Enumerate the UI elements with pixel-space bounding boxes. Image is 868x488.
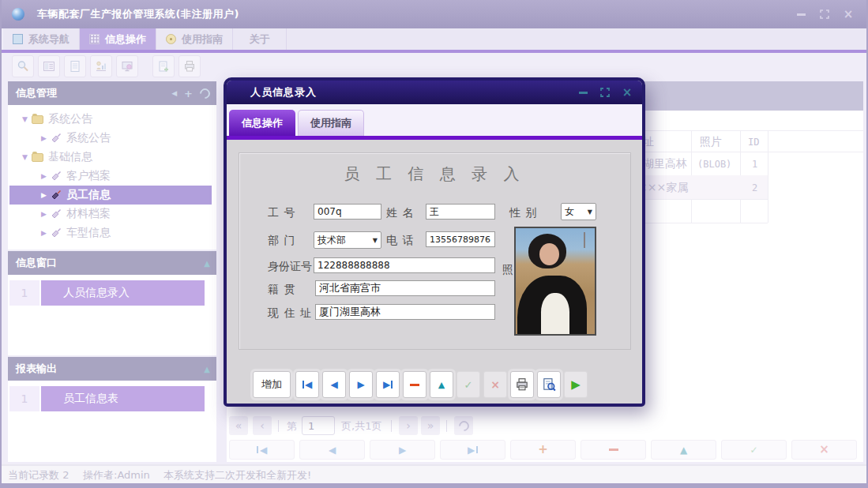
grid-last-button[interactable]: ▶	[440, 440, 505, 460]
check-icon: ✓	[464, 379, 473, 391]
page-next-button[interactable]: ›	[399, 416, 418, 435]
grid-delete-button[interactable]	[581, 440, 646, 460]
search-tool-button[interactable]	[12, 55, 34, 77]
first-icon: ◀	[260, 445, 267, 456]
page-first-button[interactable]: «	[229, 416, 248, 435]
check-icon: ✓	[750, 445, 757, 456]
panel-refresh-icon[interactable]	[197, 86, 212, 100]
record-edit-button[interactable]: ▲	[430, 371, 453, 398]
dialog-close-button[interactable]: ×	[620, 85, 634, 99]
tree-node-customer-archive[interactable]: ▶ 客户档案	[8, 167, 111, 186]
dialog-title-bar: 人员信息录入 ×	[227, 81, 642, 104]
tab-system-nav[interactable]: 系统导航	[3, 28, 80, 50]
print-preview-icon	[542, 377, 556, 392]
employee-photo	[514, 227, 596, 336]
grid-first-button[interactable]: ◀	[229, 440, 295, 460]
data-list-tool-button[interactable]	[38, 55, 60, 77]
info-window-panel-header[interactable]: 信息窗口 ▲	[8, 251, 216, 275]
print-preview-button[interactable]	[537, 371, 561, 398]
tree-node-employee-info[interactable]: ▶ 员工信息	[9, 186, 212, 205]
dialog-tab-user-guide[interactable]: 使用指南	[298, 110, 364, 136]
photo-label: 照	[502, 263, 514, 277]
chevron-down-icon: ▼	[22, 153, 32, 161]
report-output-panel-header[interactable]: 报表输出 ▲	[8, 357, 216, 381]
phone-input[interactable]	[426, 231, 495, 247]
tab-about[interactable]: 关于	[233, 28, 287, 50]
tree-node-material-archive[interactable]: ▶ 材料档案	[8, 205, 111, 223]
tree-node-system-notice[interactable]: ▶ 系统公告	[8, 129, 111, 148]
item-label: 员工信息表	[41, 386, 205, 411]
tree-node-vehicle-model[interactable]: ▶ 车型信息	[8, 223, 111, 242]
tool-icon	[51, 190, 62, 201]
document-tool-button[interactable]	[64, 55, 86, 77]
record-delete-button[interactable]	[403, 371, 426, 398]
dialog-minimize-button[interactable]	[576, 85, 590, 99]
emp-no-label: 工 号	[268, 206, 295, 220]
close-button[interactable]: ×	[841, 7, 855, 21]
origin-label: 籍 贯	[268, 283, 295, 297]
dept-select[interactable]: 技术部▼	[314, 231, 381, 249]
origin-input[interactable]	[315, 280, 495, 296]
grid-cell-address[interactable]: 湖里高林	[643, 157, 687, 171]
gender-select[interactable]: 女▼	[561, 203, 596, 220]
grid-cell-photo[interactable]: (BLOB)	[697, 159, 731, 170]
dialog-tab-info-operation[interactable]: 信息操作	[229, 110, 295, 136]
monitor-tool-button[interactable]	[116, 55, 138, 77]
panel-add-icon[interactable]: +	[184, 88, 193, 99]
panel-collapse-icon[interactable]: ▲	[204, 259, 210, 268]
run-button[interactable]: ▶	[564, 371, 588, 398]
record-next-button[interactable]: ▶	[349, 371, 373, 398]
add-button[interactable]: 增加	[253, 371, 291, 398]
status-operator: 操作者:Admin	[83, 468, 150, 482]
panel-collapse-left-icon[interactable]: ◀	[171, 89, 177, 97]
prev-icon: ◀	[329, 445, 336, 456]
chevron-right-icon: ▶	[41, 229, 51, 237]
folder-icon	[32, 115, 43, 124]
grid-cell-id[interactable]: 2	[752, 182, 757, 193]
record-last-button[interactable]: ▶	[376, 371, 400, 398]
window-list-item-personnel-entry[interactable]: 1 人员信息录入	[9, 280, 205, 306]
tab-info-operation[interactable]: 信息操作	[80, 28, 156, 50]
printer-tool-button[interactable]	[178, 55, 201, 77]
address-label: 现 住 址	[268, 306, 312, 321]
grid-cell-id[interactable]: 1	[752, 159, 757, 170]
report-list-item-employee-table[interactable]: 1 员工信息表	[9, 386, 205, 411]
person-report-tool-button[interactable]	[90, 55, 112, 77]
print-button[interactable]	[510, 371, 534, 398]
dialog-maximize-button[interactable]	[598, 85, 612, 99]
next-icon: ▶	[399, 445, 406, 456]
minus-icon	[609, 449, 618, 451]
monitor-icon	[121, 60, 133, 73]
grid-header-photo[interactable]: 照片	[700, 135, 722, 149]
grid-add-button[interactable]: +	[510, 440, 576, 460]
tree-node-system-notice-folder[interactable]: ▼ 系统公告	[8, 110, 92, 129]
name-input[interactable]	[426, 204, 495, 220]
page-last-button[interactable]: »	[421, 416, 440, 435]
record-first-button[interactable]: ◀	[295, 371, 319, 398]
record-cancel-button[interactable]: ×	[483, 371, 507, 398]
panel-collapse-icon[interactable]: ▲	[204, 365, 210, 374]
tool-icon	[51, 208, 62, 220]
emp-no-input[interactable]	[314, 204, 381, 220]
grid-header-id[interactable]: ID	[748, 137, 759, 148]
report-output-panel-body: 1 员工信息表	[8, 381, 216, 462]
grid-confirm-button[interactable]: ✓	[721, 440, 787, 460]
grid-next-button[interactable]: ▶	[370, 440, 435, 460]
record-confirm-button[interactable]: ✓	[457, 371, 480, 398]
record-prev-button[interactable]: ◀	[322, 371, 346, 398]
tree-node-basic-info-folder[interactable]: ▼ 基础信息	[8, 148, 92, 167]
maximize-button[interactable]	[817, 7, 832, 21]
grid-cancel-button[interactable]: ×	[791, 440, 857, 460]
id-card-input[interactable]	[314, 257, 495, 273]
page-refresh-button[interactable]	[454, 416, 473, 435]
grid-edit-button[interactable]: ▲	[651, 440, 716, 460]
grid-cell-address[interactable]: ×××家属	[638, 181, 688, 195]
grid-prev-button[interactable]: ◀	[299, 440, 365, 460]
tab-user-guide[interactable]: 使用指南	[156, 28, 233, 50]
minimize-button[interactable]	[794, 7, 808, 21]
info-manage-panel-header[interactable]: 信息管理 ◀ +	[8, 81, 216, 105]
doc-add-tool-button[interactable]	[152, 55, 175, 77]
page-number-input[interactable]	[302, 416, 335, 435]
page-prev-button[interactable]: ‹	[253, 416, 272, 435]
address-input[interactable]	[315, 304, 495, 320]
